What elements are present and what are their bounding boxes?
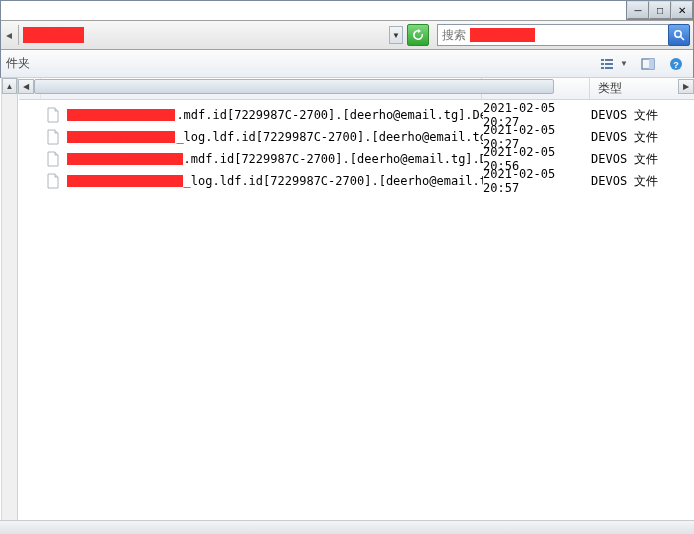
scrollbar-thumb[interactable] (34, 79, 554, 94)
breadcrumb-back-arrow[interactable]: ◂ (4, 28, 14, 42)
svg-rect-4 (601, 63, 604, 65)
preview-pane-icon (641, 57, 655, 71)
file-icon (45, 107, 61, 123)
breadcrumb-current[interactable]: 20210205 (23, 27, 84, 43)
search-button[interactable] (668, 24, 690, 46)
svg-rect-3 (605, 59, 613, 61)
scroll-up-button[interactable]: ▲ (2, 78, 17, 94)
file-type: DEVOS 文件 (591, 129, 694, 146)
status-bar (0, 520, 694, 534)
svg-rect-6 (601, 67, 604, 69)
maximize-button[interactable]: □ (649, 1, 671, 19)
file-icon (45, 151, 61, 167)
file-type: DEVOS 文件 (591, 173, 694, 190)
minimize-button[interactable]: ─ (627, 1, 649, 19)
folder-label: 件夹 (6, 55, 30, 72)
close-button[interactable]: ✕ (671, 1, 693, 19)
file-name: xxxxxxxxxx_2019.mdf.id[7229987C-2700].[d… (67, 108, 483, 122)
file-icon (45, 129, 61, 145)
window-controls: ─ □ ✕ (626, 0, 694, 20)
search-input[interactable]: 搜索 20210205 (437, 24, 669, 46)
file-name: xxxxxxxxxx_2019_log.ldf.id[7229987C-2700… (67, 130, 483, 144)
file-icon (45, 173, 61, 189)
svg-line-1 (681, 37, 685, 41)
address-toolbar: ◂ 20210205 ▼ 搜索 20210205 (0, 20, 694, 50)
file-row[interactable]: xxxxxxxxxxx_2019_log.ldf.id[7229987C-270… (19, 170, 694, 192)
horizontal-scrollbar[interactable]: ◀ ▶ (18, 79, 694, 94)
file-type: DEVOS 文件 (591, 151, 694, 168)
search-text: 20210205 (470, 28, 535, 42)
file-row[interactable]: xxxxxxxxxx_2019_log.ldf.id[7229987C-2700… (19, 126, 694, 148)
view-mode-button[interactable]: ▼ (596, 53, 632, 75)
search-icon (673, 29, 685, 41)
chevron-down-icon: ▼ (620, 59, 628, 68)
navigation-pane: ▲ (0, 78, 18, 520)
file-type: DEVOS 文件 (591, 107, 694, 124)
preview-pane-button[interactable] (636, 53, 660, 75)
svg-text:?: ? (673, 59, 679, 69)
command-bar: 件夹 ▼ ? (0, 50, 694, 78)
horizontal-scrollbar-area: ◀ ▶ (0, 78, 694, 94)
file-name: xxxxxxxxxxx_2019_log.ldf.id[7229987C-270… (67, 174, 483, 188)
scroll-left-button[interactable]: ◀ (18, 79, 34, 94)
svg-rect-2 (601, 59, 604, 61)
help-icon: ? (669, 57, 683, 71)
svg-rect-9 (649, 59, 654, 69)
nav-scrollbar[interactable]: ▲ (1, 78, 17, 520)
file-date: 2021-02-05 20:57 (483, 167, 591, 195)
refresh-button[interactable] (407, 24, 429, 46)
svg-rect-7 (605, 67, 613, 69)
search-label: 搜索 (442, 27, 466, 44)
help-button[interactable]: ? (664, 53, 688, 75)
svg-rect-5 (605, 63, 613, 65)
file-row[interactable]: xxxxxxxxxx_2019.mdf.id[7229987C-2700].[d… (19, 104, 694, 126)
file-name: xxxxxxxxxxx_2019.mdf.id[7229987C-2700].[… (67, 152, 483, 166)
svg-point-0 (675, 31, 681, 37)
address-dropdown-button[interactable]: ▼ (389, 26, 403, 44)
refresh-icon (412, 29, 424, 41)
file-row[interactable]: xxxxxxxxxxx_2019.mdf.id[7229987C-2700].[… (19, 148, 694, 170)
view-list-icon (600, 57, 614, 71)
scroll-right-button[interactable]: ▶ (678, 79, 694, 94)
file-list: xxxxxxxxxx_2019.mdf.id[7229987C-2700].[d… (19, 100, 694, 520)
